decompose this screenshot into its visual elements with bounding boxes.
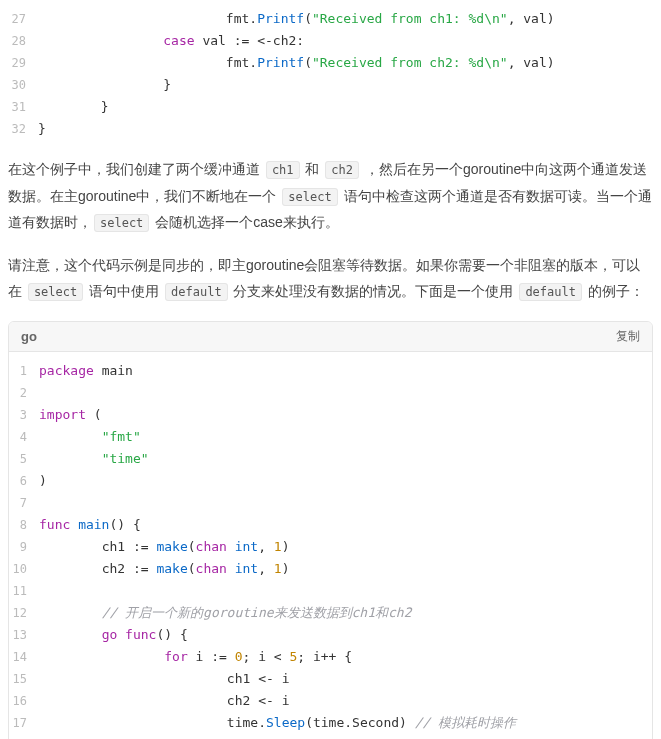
inline-code: ch2 — [325, 161, 359, 179]
code-content: func main() { — [39, 514, 141, 536]
line-number: 16 — [9, 690, 39, 712]
code-line: 16 ch2 <- i — [9, 690, 652, 712]
code-line: 8func main() { — [9, 514, 652, 536]
line-number: 1 — [9, 360, 39, 382]
line-number: 12 — [9, 602, 39, 624]
line-number: 7 — [9, 492, 39, 514]
inline-code: default — [519, 283, 582, 301]
code-line: 13 go func() { — [9, 624, 652, 646]
line-number: 3 — [9, 404, 39, 426]
code-content: go func() { — [39, 624, 188, 646]
code-content: } — [38, 74, 171, 96]
inline-code: default — [165, 283, 228, 301]
code-content: ch2 <- i — [39, 690, 289, 712]
line-number: 15 — [9, 668, 39, 690]
code-content: ch2 := make(chan int, 1) — [39, 558, 290, 580]
code-line: 3import ( — [9, 404, 652, 426]
code-fragment-top: 27 fmt.Printf("Received from ch1: %d\n",… — [8, 8, 653, 140]
code-line: 27 fmt.Printf("Received from ch1: %d\n",… — [8, 8, 653, 30]
code-content: package main — [39, 360, 133, 382]
code-line: 32} — [8, 118, 653, 140]
inline-code: select — [94, 214, 149, 232]
line-number: 10 — [9, 558, 39, 580]
line-number: 31 — [8, 96, 38, 118]
code-content: // 开启一个新的goroutine来发送数据到ch1和ch2 — [39, 602, 412, 624]
code-card-header: go 复制 — [9, 322, 652, 352]
line-number: 8 — [9, 514, 39, 536]
line-number: 6 — [9, 470, 39, 492]
inline-code: ch1 — [266, 161, 300, 179]
code-line: 7 — [9, 492, 652, 514]
line-number: 5 — [9, 448, 39, 470]
copy-button[interactable]: 复制 — [616, 328, 640, 345]
line-number: 30 — [8, 74, 38, 96]
paragraph-1: 在这个例子中，我们创建了两个缓冲通道 ch1 和 ch2 ，然后在另一个goro… — [8, 156, 653, 236]
code-line: 31 } — [8, 96, 653, 118]
line-number: 4 — [9, 426, 39, 448]
code-line: 5 "time" — [9, 448, 652, 470]
code-content: } — [38, 118, 46, 140]
code-line: 2 — [9, 382, 652, 404]
line-number: 11 — [9, 580, 39, 602]
line-number: 17 — [9, 712, 39, 734]
code-line: 9 ch1 := make(chan int, 1) — [9, 536, 652, 558]
code-line: 15 ch1 <- i — [9, 668, 652, 690]
code-content: } — [39, 734, 172, 739]
code-card-body: 1package main23import (4 "fmt"5 "time"6)… — [9, 352, 652, 739]
code-line: 4 "fmt" — [9, 426, 652, 448]
line-number: 29 — [8, 52, 38, 74]
prose-block: 在这个例子中，我们创建了两个缓冲通道 ch1 和 ch2 ，然后在另一个goro… — [8, 156, 653, 305]
code-content: fmt.Printf("Received from ch1: %d\n", va… — [38, 8, 555, 30]
inline-code: select — [282, 188, 337, 206]
line-number: 14 — [9, 646, 39, 668]
code-line: 10 ch2 := make(chan int, 1) — [9, 558, 652, 580]
code-lang-label: go — [21, 329, 37, 344]
code-line: 14 for i := 0; i < 5; i++ { — [9, 646, 652, 668]
line-number: 18 — [9, 734, 39, 739]
paragraph-2: 请注意，这个代码示例是同步的，即主goroutine会阻塞等待数据。如果你需要一… — [8, 252, 653, 305]
code-line: 1package main — [9, 360, 652, 382]
code-content: } — [38, 96, 108, 118]
code-content: ch1 := make(chan int, 1) — [39, 536, 290, 558]
code-line: 28 case val := <-ch2: — [8, 30, 653, 52]
line-number: 32 — [8, 118, 38, 140]
code-line: 6) — [9, 470, 652, 492]
code-content: ch1 <- i — [39, 668, 289, 690]
code-line: 17 time.Sleep(time.Second) // 模拟耗时操作 — [9, 712, 652, 734]
code-content: import ( — [39, 404, 102, 426]
code-line: 18 } — [9, 734, 652, 739]
line-number: 28 — [8, 30, 38, 52]
code-content: "time" — [39, 448, 149, 470]
code-card: go 复制 1package main23import (4 "fmt"5 "t… — [8, 321, 653, 739]
code-content: ) — [39, 470, 47, 492]
line-number: 27 — [8, 8, 38, 30]
line-number: 13 — [9, 624, 39, 646]
code-line: 12 // 开启一个新的goroutine来发送数据到ch1和ch2 — [9, 602, 652, 624]
code-content: fmt.Printf("Received from ch2: %d\n", va… — [38, 52, 555, 74]
line-number: 9 — [9, 536, 39, 558]
code-content: for i := 0; i < 5; i++ { — [39, 646, 352, 668]
code-line: 11 — [9, 580, 652, 602]
code-content: time.Sleep(time.Second) // 模拟耗时操作 — [39, 712, 516, 734]
code-line: 29 fmt.Printf("Received from ch2: %d\n",… — [8, 52, 653, 74]
code-content: case val := <-ch2: — [38, 30, 304, 52]
code-line: 30 } — [8, 74, 653, 96]
code-content: "fmt" — [39, 426, 141, 448]
line-number: 2 — [9, 382, 39, 404]
inline-code: select — [28, 283, 83, 301]
